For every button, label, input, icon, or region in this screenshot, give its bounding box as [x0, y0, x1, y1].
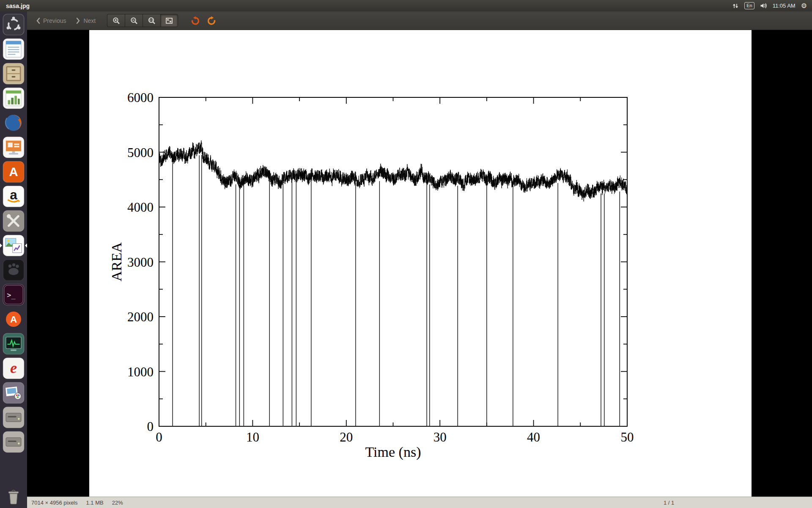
svg-text:AREA: AREA — [109, 242, 124, 282]
svg-text:4000: 4000 — [127, 200, 154, 215]
window-title: sasa.jpg — [0, 3, 30, 9]
launcher-item-system-monitor[interactable] — [2, 332, 25, 355]
next-label: Next — [83, 17, 96, 24]
svg-text:e: e — [10, 359, 17, 376]
session-gear-icon[interactable]: ⚙ — [801, 3, 807, 9]
launcher-item-drive-1[interactable] — [2, 406, 25, 429]
network-indicator-icon[interactable] — [732, 3, 739, 9]
previous-button[interactable]: Previous — [32, 15, 70, 26]
running-indicator-arrow — [0, 243, 2, 248]
svg-text:40: 40 — [527, 430, 540, 444]
svg-text:20: 20 — [340, 430, 353, 444]
launcher-item-image-viewer[interactable] — [2, 234, 25, 257]
keyboard-layout-indicator[interactable]: En — [744, 2, 754, 9]
launcher-item-drive-2[interactable] — [2, 431, 25, 453]
svg-text:3000: 3000 — [127, 255, 154, 270]
launcher-item-orange-a-app[interactable]: A — [2, 160, 25, 183]
sasa-plot: 010203040500100020003000400050006000Time… — [89, 30, 752, 497]
launcher-item-system-settings[interactable] — [2, 210, 25, 232]
rotate-right-button[interactable] — [203, 14, 219, 28]
top-panel: sasa.jpg En 11:05 AM ⚙ — [0, 0, 812, 11]
launcher-item-firefox[interactable] — [2, 111, 25, 134]
launcher-item-software-updater[interactable]: A — [2, 308, 25, 331]
svg-text:a: a — [10, 187, 17, 202]
one-to-one-glyph: 1:1 — [149, 19, 154, 22]
focused-indicator-arrow — [25, 243, 27, 248]
zoom-level: 22% — [112, 500, 123, 506]
zoom-controls: 1:1 — [107, 14, 178, 27]
zoom-in-button[interactable] — [107, 14, 125, 27]
rotate-left-button[interactable] — [187, 14, 203, 28]
launcher-item-libreoffice-calc[interactable] — [2, 87, 25, 110]
svg-text:30: 30 — [433, 430, 447, 444]
launcher-item-file-manager[interactable] — [2, 62, 25, 85]
launcher-item-red-e-app[interactable]: e — [2, 357, 25, 380]
launcher-item-dash-home[interactable] — [2, 13, 25, 36]
image-viewport: 010203040500100020003000400050006000Time… — [27, 30, 812, 497]
svg-text:5000: 5000 — [127, 145, 154, 160]
launcher-item-trash[interactable] — [2, 485, 25, 508]
launcher-item-libreoffice-writer[interactable] — [2, 38, 25, 61]
image-canvas[interactable]: 010203040500100020003000400050006000Time… — [89, 30, 752, 497]
svg-text:A: A — [9, 165, 18, 179]
zoom-normal-button[interactable]: 1:1 — [143, 14, 160, 27]
chevron-right-icon — [76, 17, 80, 24]
desktop: sasa.jpg En 11:05 AM ⚙ — [0, 0, 812, 508]
previous-label: Previous — [43, 17, 66, 24]
svg-text:6000: 6000 — [127, 90, 154, 105]
svg-text:0: 0 — [156, 430, 162, 444]
image-collection-position: 1 / 1 — [664, 500, 674, 506]
launcher-item-dark-app[interactable] — [2, 259, 25, 282]
image-dimensions: 7014 × 4956 pixels — [31, 500, 78, 506]
volume-icon[interactable] — [760, 3, 767, 9]
best-fit-button[interactable] — [160, 14, 178, 27]
svg-text:>_: >_ — [7, 291, 16, 299]
launcher-item-libreoffice-impress[interactable] — [2, 136, 25, 159]
zoom-out-button[interactable] — [125, 14, 143, 27]
launcher-item-photo-editor[interactable] — [2, 381, 25, 404]
svg-text:Time (ns): Time (ns) — [365, 444, 421, 460]
launcher: Aa>_Ae — [0, 11, 27, 508]
svg-text:1000: 1000 — [127, 364, 154, 379]
launcher-item-amazon[interactable]: a — [2, 185, 25, 208]
system-tray: En 11:05 AM ⚙ — [732, 2, 812, 9]
next-button[interactable]: Next — [72, 15, 99, 26]
svg-text:50: 50 — [621, 430, 634, 444]
svg-text:0: 0 — [147, 419, 154, 434]
file-size: 1.1 MB — [86, 500, 104, 506]
svg-text:2000: 2000 — [127, 309, 154, 324]
eog-toolbar: Previous Next — [27, 11, 812, 30]
svg-text:A: A — [10, 314, 17, 325]
statusbar: 7014 × 4956 pixels 1.1 MB 22% 1 / 1 — [27, 497, 812, 508]
clock[interactable]: 11:05 AM — [773, 3, 796, 9]
chevron-left-icon — [36, 17, 40, 24]
launcher-item-terminal[interactable]: >_ — [2, 283, 25, 306]
svg-text:10: 10 — [246, 430, 259, 444]
